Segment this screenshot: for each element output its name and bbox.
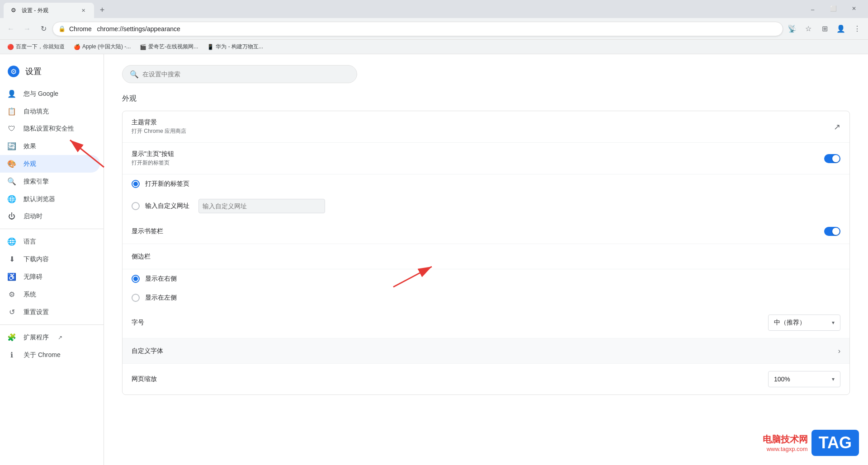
sidebar-label-startup: 启动时 [24, 212, 42, 221]
radio-open-new-tab[interactable]: 打开新的标签页 [123, 174, 849, 193]
chevron-right-icon: › [838, 347, 840, 355]
sidebar-item-reset[interactable]: ↺ 重置设置 [0, 303, 100, 321]
sidebar-title: 设置 [25, 66, 42, 77]
search-bar[interactable]: 🔍 [122, 65, 357, 83]
page-zoom-dropdown[interactable]: 100% ▾ [768, 371, 840, 387]
power-icon: ⏻ [7, 212, 16, 221]
sidebar-label-search: 搜索引擎 [24, 178, 49, 186]
radio-circle-new-tab[interactable] [132, 180, 140, 188]
font-size-value: 中（推荐） [774, 319, 828, 327]
search-bar-icon: 🔍 [130, 70, 139, 79]
custom-url-input[interactable] [198, 199, 325, 213]
font-size-dropdown[interactable]: 中（推荐） ▾ [768, 315, 840, 331]
web-icon: 🌐 [7, 195, 16, 203]
home-button-row: 显示"主页"按钮 打开新的标签页 [123, 143, 849, 174]
sidebar-item-accessibility[interactable]: ♿ 无障碍 [0, 268, 100, 286]
external-link-icon[interactable]: ↗ [834, 122, 840, 132]
bookmark-label-iqiyi: 爱奇艺-在线视频网... [148, 43, 198, 51]
forward-button[interactable]: → [20, 22, 34, 36]
bookmark-label-baidu: 百度一下，你就知道 [16, 43, 65, 51]
bookmarks-bar-action[interactable] [824, 227, 840, 236]
sidebar-label-extensions: 扩展程序 [24, 333, 49, 342]
sidebar-item-appearance[interactable]: 🎨 外观 [0, 155, 100, 173]
more-menu-button[interactable]: ⋮ [850, 22, 864, 36]
radio-circle-sidebar-right[interactable] [132, 275, 140, 283]
sidebar-item-autofill[interactable]: 📋 自动填充 [0, 103, 100, 120]
sidebar-item-extensions[interactable]: 🧩 扩展程序 ↗ [0, 329, 100, 346]
bookmarks-bar-toggle[interactable] [824, 227, 840, 236]
content-area: 🔍 外观 主题背景 打开 Chrome 应用商店 ↗ [104, 54, 868, 465]
themes-action[interactable]: ↗ [834, 122, 840, 132]
bookmark-apple[interactable]: 🍎 Apple (中国大陆) -... [70, 42, 134, 52]
sidebar-label-reset: 重置设置 [24, 308, 49, 316]
watermark-url: www.tagxp.com [763, 446, 808, 452]
page-zoom-content: 网页缩放 [132, 375, 768, 383]
radio-label-custom-url: 输入自定义网址 [145, 202, 189, 210]
profiles-button[interactable]: ⊞ [817, 22, 832, 36]
sidebar-item-google[interactable]: 👤 您与 Google [0, 85, 100, 103]
sidebar-item-default[interactable]: 🌐 默认浏览器 [0, 190, 100, 208]
main-content: ⚙ 设置 👤 您与 Google 📋 自动填充 🛡 隐私设置和安全性 🔄 效果 [0, 54, 868, 465]
sidebar-label-downloads: 下载内容 [24, 255, 49, 263]
accessibility-icon: ♿ [7, 272, 16, 281]
user-avatar[interactable]: 👤 [834, 22, 848, 36]
close-button[interactable]: ✕ [844, 1, 864, 16]
page-zoom-dropdown-arrow-icon: ▾ [832, 376, 835, 382]
custom-fonts-row[interactable]: 自定义字体 › [123, 338, 849, 364]
cast-button[interactable]: 📡 [785, 22, 799, 36]
watermark: 电脑技术网 www.tagxp.com TAG [763, 430, 859, 456]
sidebar-label-language: 语言 [24, 238, 36, 246]
sidebar-item-language[interactable]: 🌐 语言 [0, 233, 100, 250]
address-bar[interactable]: 🔒 Chrome chrome://settings/appearance [52, 22, 783, 36]
sidebar-item-startup[interactable]: ⏻ 启动时 [0, 208, 100, 225]
bookmark-button[interactable]: ☆ [801, 22, 816, 36]
svg-text:⚙: ⚙ [10, 67, 17, 75]
themes-content: 主题背景 打开 Chrome 应用商店 [132, 118, 834, 135]
sidebar-item-search[interactable]: 🔍 搜索引擎 [0, 173, 100, 190]
watermark-tag: TAG [811, 430, 859, 456]
sidebar-item-privacy[interactable]: 🛡 隐私设置和安全性 [0, 120, 100, 137]
bookmark-huawei[interactable]: 📱 华为 - 构建万物互... [203, 42, 267, 52]
section-title: 外观 [122, 94, 850, 103]
watermark-title: 电脑技术网 [763, 433, 808, 446]
sidebar-item-system[interactable]: ⚙ 系统 [0, 286, 100, 303]
page-zoom-action[interactable]: 100% ▾ [768, 371, 840, 387]
reload-button[interactable]: ↻ [36, 22, 51, 36]
search-input[interactable] [142, 70, 349, 78]
restore-icon: ↺ [7, 308, 16, 316]
home-button-action[interactable] [824, 154, 840, 163]
sidebar-label-appearance: 外观 [24, 160, 36, 168]
sidebar-label-google: 您与 Google [24, 90, 58, 98]
tab-favicon: ⚙ [11, 7, 18, 14]
radio-sidebar-left[interactable]: 显示在左侧 [123, 288, 849, 307]
home-button-toggle[interactable] [824, 154, 840, 163]
tab-close-button[interactable]: ✕ [80, 7, 87, 14]
bookmarks-bar-label: 显示书签栏 [132, 227, 824, 235]
language-icon: 🌐 [7, 237, 16, 246]
font-size-action[interactable]: 中（推荐） ▾ [768, 315, 840, 331]
themes-label: 主题背景 [132, 118, 834, 127]
bookmarks-toggle-knob [832, 228, 840, 235]
settings-gear-icon: ⚙ [7, 65, 20, 78]
settings-icon: ⚙ [7, 290, 16, 299]
themes-row: 主题背景 打开 Chrome 应用商店 ↗ [123, 111, 849, 143]
back-button[interactable]: ← [4, 22, 18, 36]
radio-custom-url[interactable]: 输入自定义网址 [123, 193, 849, 219]
sidebar-item-downloads[interactable]: ⬇ 下载内容 [0, 250, 100, 268]
radio-sidebar-right[interactable]: 显示在右侧 [123, 269, 849, 288]
sidebar-divider-2 [0, 324, 104, 325]
new-tab-button[interactable]: + [96, 4, 108, 16]
custom-fonts-action[interactable]: › [838, 347, 840, 355]
sidebar-label-effects: 效果 [24, 142, 36, 150]
sidebar-item-effects[interactable]: 🔄 效果 [0, 137, 100, 155]
radio-circle-sidebar-left[interactable] [132, 294, 140, 302]
minimize-button[interactable]: ⎽ [802, 1, 823, 16]
radio-circle-custom-url[interactable] [132, 202, 140, 210]
active-tab[interactable]: ⚙ 设置 - 外观 ✕ [4, 3, 94, 18]
bookmark-iqiyi[interactable]: 🎬 爱奇艺-在线视频网... [136, 42, 202, 52]
bookmark-baidu[interactable]: 🔴 百度一下，你就知道 [4, 42, 68, 52]
font-size-content: 字号 [132, 319, 768, 327]
bookmark-label-huawei: 华为 - 构建万物互... [216, 43, 263, 51]
sidebar-item-about[interactable]: ℹ 关于 Chrome [0, 346, 100, 364]
restore-button[interactable]: ⬜ [823, 1, 844, 16]
